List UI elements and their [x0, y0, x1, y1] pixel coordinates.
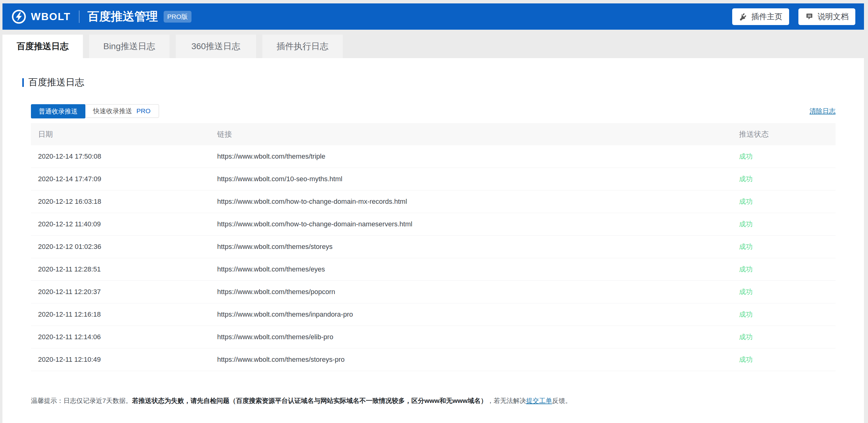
plug-icon [739, 12, 747, 21]
row-date: 2020-12-12 01:02:36 [31, 243, 217, 251]
wbolt-logo-icon [12, 9, 26, 24]
plugin-home-label: 插件主页 [751, 11, 782, 22]
docs-button[interactable]: 说明文档 [798, 8, 855, 25]
table-header-row: 日期 链接 推送状态 [31, 123, 836, 145]
header-divider [79, 10, 80, 23]
push-type-switch: 普通收录推送 快速收录推送 PRO [31, 104, 159, 118]
fast-push-pro-badge: PRO [136, 107, 151, 115]
tab-plugin-exec-log[interactable]: 插件执行日志 [262, 35, 343, 58]
fast-push-tab[interactable]: 快速收录推送 PRO [85, 104, 159, 118]
push-log-table: 日期 链接 推送状态 2020-12-14 17:50:08 https://w… [31, 123, 836, 371]
row-url: https://www.wbolt.com/themes/storeys-pro [217, 356, 739, 364]
row-date: 2020-12-11 12:10:49 [31, 356, 217, 364]
row-date: 2020-12-12 16:03:18 [31, 198, 217, 206]
row-url: https://www.wbolt.com/themes/storeys [217, 243, 739, 251]
row-url: https://www.wbolt.com/how-to-change-doma… [217, 220, 739, 228]
row-url: https://www.wbolt.com/10-seo-myths.html [217, 175, 739, 183]
row-date: 2020-12-11 12:16:18 [31, 311, 217, 319]
tip-middle: ，若无法解决 [487, 397, 526, 404]
row-status: 成功 [739, 355, 836, 364]
log-tabbar: 百度推送日志 Bing推送日志 360推送日志 插件执行日志 [2, 35, 864, 58]
pro-version-badge: PRO版 [164, 11, 192, 23]
row-status: 成功 [739, 174, 836, 184]
column-header-status: 推送状态 [739, 129, 836, 139]
row-status: 成功 [739, 220, 836, 229]
plugin-header: WBOLT 百度推送管理 PRO版 插件主页 说明文档 [2, 3, 864, 30]
row-status: 成功 [739, 152, 836, 161]
normal-push-tab[interactable]: 普通收录推送 [31, 104, 85, 119]
clear-log-link[interactable]: 清除日志 [809, 107, 836, 115]
submit-ticket-link[interactable]: 提交工单 [526, 397, 552, 404]
tip-prefix: 温馨提示：日志仅记录近7天数据。 [31, 397, 132, 404]
row-status: 成功 [739, 265, 836, 274]
table-row: 2020-12-11 12:16:18 https://www.wbolt.co… [31, 303, 836, 326]
table-row: 2020-12-12 16:03:18 https://www.wbolt.co… [31, 191, 836, 213]
footer-tip: 温馨提示：日志仅记录近7天数据。若推送状态为失败，请先自检问题（百度搜索资源平台… [31, 396, 836, 405]
table-row: 2020-12-14 17:47:09 https://www.wbolt.co… [31, 168, 836, 191]
row-status: 成功 [739, 310, 836, 319]
row-date: 2020-12-11 12:28:51 [31, 265, 217, 273]
row-date: 2020-12-11 12:20:37 [31, 288, 217, 296]
row-status: 成功 [739, 242, 836, 251]
brand-name: WBOLT [31, 11, 71, 23]
table-row: 2020-12-12 01:02:36 https://www.wbolt.co… [31, 236, 836, 258]
row-date: 2020-12-12 11:40:09 [31, 220, 217, 228]
fast-push-label: 快速收录推送 [93, 107, 132, 115]
column-header-link: 链接 [217, 129, 739, 139]
table-row: 2020-12-11 12:14:06 https://www.wbolt.co… [31, 326, 836, 349]
table-row: 2020-12-12 11:40:09 https://www.wbolt.co… [31, 213, 836, 236]
tip-suffix: 反馈。 [552, 397, 572, 404]
tab-bing-log[interactable]: Bing推送日志 [89, 35, 169, 58]
row-url: https://www.wbolt.com/how-to-change-doma… [217, 198, 739, 206]
tab-360-log[interactable]: 360推送日志 [176, 35, 256, 58]
table-row: 2020-12-11 12:20:37 https://www.wbolt.co… [31, 281, 836, 303]
section-title: 百度推送日志 [28, 76, 84, 89]
row-url: https://www.wbolt.com/themes/eyes [217, 265, 739, 273]
row-url: https://www.wbolt.com/themes/inpandora-p… [217, 311, 739, 319]
content-panel: 百度推送日志 普通收录推送 快速收录推送 PRO 清除日志 日期 链接 推送状态… [2, 58, 864, 423]
row-status: 成功 [739, 287, 836, 296]
document-icon [805, 12, 813, 21]
column-header-date: 日期 [31, 129, 217, 139]
row-date: 2020-12-11 12:14:06 [31, 333, 217, 341]
table-row: 2020-12-11 12:28:51 https://www.wbolt.co… [31, 258, 836, 281]
row-url: https://www.wbolt.com/themes/triple [217, 153, 739, 161]
tab-baidu-log[interactable]: 百度推送日志 [2, 35, 83, 58]
row-url: https://www.wbolt.com/themes/elib-pro [217, 333, 739, 341]
row-date: 2020-12-14 17:47:09 [31, 175, 217, 183]
row-date: 2020-12-14 17:50:08 [31, 153, 217, 161]
section-accent-bar [22, 78, 24, 87]
section-heading: 百度推送日志 [22, 58, 836, 89]
tip-bold: 若推送状态为失败，请先自检问题（百度搜索资源平台认证域名与网站实际域名不一致情况… [132, 397, 487, 404]
table-row: 2020-12-11 12:10:49 https://www.wbolt.co… [31, 349, 836, 371]
docs-label: 说明文档 [817, 11, 848, 22]
table-row: 2020-12-14 17:50:08 https://www.wbolt.co… [31, 145, 836, 168]
row-url: https://www.wbolt.com/themes/popcorn [217, 288, 739, 296]
plugin-home-button[interactable]: 插件主页 [732, 8, 789, 25]
row-status: 成功 [739, 332, 836, 342]
row-status: 成功 [739, 197, 836, 206]
page-title: 百度推送管理 [88, 9, 158, 25]
